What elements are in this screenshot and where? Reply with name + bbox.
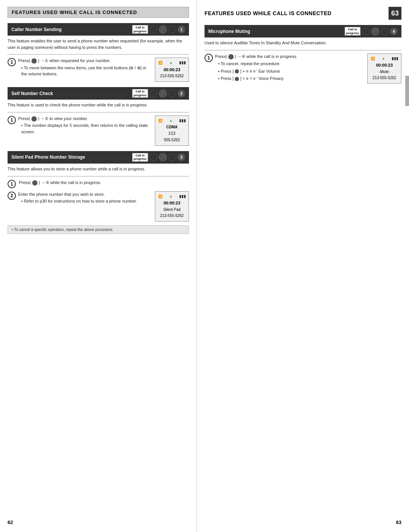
screen-number-3: 213-555-5262 — [158, 213, 186, 219]
section-icons-caller: Call inprogress ○ 📞 ○ 1 — [132, 25, 185, 34]
screen-top: 📶 c — [158, 60, 186, 66]
silent-note-box: • To cancel a specific operation, repeat… — [8, 225, 189, 234]
section-caller-number-sending: Caller Number Sending Call inprogress ○ … — [8, 23, 189, 82]
step-num-1b: 1 — [8, 116, 16, 124]
step-num-2b: 2 — [8, 192, 16, 200]
silent-step-2: 2 Enter the phone number that you wish t… — [8, 191, 189, 222]
o-icon: ○ — [150, 26, 157, 33]
call-in-progress-badge-4: Call inprogress — [345, 27, 361, 36]
screen-top-mic: 📶 c — [371, 56, 398, 61]
left-page: FEATURES USED WHILE CALL IS CONNECTED Ca… — [0, 0, 197, 532]
mic-step-1-left: 1 Press( ) →④ while the call is in progr… — [204, 53, 364, 82]
call-in-progress-badge-3: Call inprogress — [132, 153, 148, 162]
num-badge-3: 3 — [178, 153, 185, 161]
mic-step-1-content: Press( ) →④ while the call is in progres… — [215, 53, 364, 82]
menu-icon — [31, 58, 37, 64]
screen-mute-label: -Mute- — [371, 69, 398, 75]
o-icon-4: ○ — [169, 90, 176, 97]
screen-time-1: 00:00:23 — [158, 67, 186, 73]
caller-step-1-left: 1 Press( ) →① when requested for your nu… — [8, 58, 152, 77]
screen-bars-3 — [180, 195, 186, 198]
icon-inline-1 — [235, 69, 239, 73]
screen-time-3: 00:00:23 — [158, 200, 186, 207]
right-page-header-row: FEATURES USED WHILE CALL IS CONNECTED 63 — [204, 7, 401, 20]
o-icon-7: ○ — [362, 28, 370, 35]
mic-phone-screen: 📶 c 00:00:23 -Mute- 213-555-5262 — [367, 53, 401, 84]
mic-bullet-1: • To cancel, repeat the procedure. — [218, 61, 364, 67]
silent-step-2-left: 2 Enter the phone number that you wish t… — [8, 191, 152, 204]
caller-desc: This feature enables the user to send a … — [8, 38, 189, 50]
silent-step-1: 1 Press( ) →③ while the call is in progr… — [8, 179, 189, 188]
screen-bars-2 — [180, 119, 186, 122]
silent-step-1-content: Press( ) →③ while the call is in progres… — [19, 179, 189, 186]
caller-step-1-content: Press( ) →① when requested for your numb… — [18, 58, 152, 77]
self-desc: This feature is used to check the phone … — [8, 102, 189, 108]
phone-icon-4: 📞 — [371, 27, 379, 36]
right-page-header: FEATURES USED WHILE CALL IS CONNECTED — [204, 10, 331, 16]
num-badge-1: 1 — [178, 26, 185, 33]
section-header-self: Self Number Check Call inprogress ○ 📞 ○ … — [8, 87, 189, 100]
step-num-2a: 1 — [8, 180, 16, 188]
phone-icon-2: 📞 — [159, 89, 167, 98]
silent-desc: This feature allows you to store a phone… — [8, 166, 189, 172]
screen-number-1: 213-555-5262 — [158, 73, 186, 79]
icon-inline-2 — [235, 77, 239, 81]
caller-step-1: 1 Press( ) →① when requested for your nu… — [8, 58, 189, 82]
screen-number-mic: 213-555-5262 — [371, 75, 398, 81]
section-silent-pad: Silent Pad Phone Number Storage Call inp… — [8, 151, 189, 234]
caller-phone-screen: 📶 c 00:00:23 213-555-5262 — [155, 58, 189, 82]
mic-step-1: 1 Press( ) →④ while the call is in progr… — [204, 53, 401, 84]
silent-step-2-content: Enter the phone number that you wish to … — [18, 191, 152, 204]
o-icon-3: ○ — [150, 90, 157, 97]
mic-desc: Used to silence Audible Tones In Standby… — [204, 40, 401, 46]
o-icon-2: ○ — [169, 26, 176, 33]
screen-bars — [180, 61, 186, 64]
o-icon-8: ○ — [381, 28, 389, 35]
section-icons-self: Call inprogress ○ 📞 ○ 2 — [132, 89, 185, 98]
right-page-number-badge: 63 — [389, 7, 401, 20]
phone-icon-3: 📞 — [159, 153, 167, 161]
self-step-1-bullet: • The number displays for 5 seconds, the… — [21, 122, 152, 135]
page-number-left: 62 — [8, 520, 13, 525]
section-icons-mic: Call inprogress ○ 📞 ○ 4 — [345, 27, 398, 36]
num-badge-2: 2 — [178, 90, 185, 97]
side-tab — [405, 76, 409, 106]
menu-icon-4 — [228, 54, 234, 59]
screen-time-mic: 00:00:23 — [371, 62, 398, 69]
screen-bars-mic — [392, 57, 398, 60]
right-page: FEATURES USED WHILE CALL IS CONNECTED 63… — [197, 0, 409, 532]
step-num-1: 1 — [8, 58, 16, 66]
self-step-1-left: 1 Press( ) →② to view your number. • The… — [8, 115, 152, 135]
screen-num-cdma: 213 — [158, 130, 186, 137]
menu-icon-3 — [32, 180, 37, 186]
section-header-mic: Microphone Muting Call inprogress ○ 📞 ○ … — [204, 25, 401, 37]
section-mic-muting: Microphone Muting Call inprogress ○ 📞 ○ … — [204, 25, 401, 84]
call-in-progress-badge-2: Call inprogress — [132, 89, 148, 98]
caller-step-1-bullet: • To move between the menu items, use th… — [21, 65, 152, 77]
phone-icon-1: 📞 — [159, 25, 167, 34]
section-header-caller: Caller Number Sending Call inprogress ○ … — [8, 23, 189, 36]
screen-top-2: 📶 c — [158, 118, 186, 123]
self-step-1-content: Press( ) →② to view your number. • The n… — [18, 115, 152, 135]
mic-bullet-2: • Press [ ] + ¤ ¤ ¤ ' Ear Volume — [218, 68, 364, 75]
section-self-number-check: Self Number Check Call inprogress ○ 📞 ○ … — [8, 87, 189, 146]
o-icon-5: ○ — [150, 153, 157, 161]
self-step-1: 1 Press( ) →② to view your number. • The… — [8, 115, 189, 146]
self-phone-screen: 📶 c CDMA 213 555-5262 — [155, 115, 189, 146]
section-header-silent: Silent Pad Phone Number Storage Call inp… — [8, 151, 189, 164]
left-page-header: FEATURES USED WHILE CALL IS CONNECTED — [8, 7, 189, 18]
screen-num-cdma-2: 555-5262 — [158, 137, 186, 143]
mic-bullet-3: • Press [ ] + ¤ = ¤ ' Voice Privacy — [218, 75, 364, 82]
step-num-mic-1: 1 — [204, 54, 213, 62]
num-badge-4: 4 — [390, 28, 398, 35]
screen-silent-pad: Silent Pad — [158, 207, 186, 213]
o-icon-6: ○ — [169, 153, 176, 161]
silent-step-2-bullet: • Refer to p30 for instructions on how t… — [21, 198, 152, 204]
screen-cdma: CDMA — [158, 124, 186, 130]
menu-icon-2 — [31, 116, 37, 122]
screen-top-3: 📶 c — [158, 194, 186, 199]
section-icons-silent: Call inprogress ○ 📞 ○ 3 — [132, 153, 185, 162]
page-number-right: 63 — [396, 520, 401, 525]
call-in-progress-badge: Call inprogress — [132, 25, 148, 34]
silent-phone-screen: 📶 c 00:00:23 Silent Pad 213-555-5262 — [155, 191, 189, 222]
